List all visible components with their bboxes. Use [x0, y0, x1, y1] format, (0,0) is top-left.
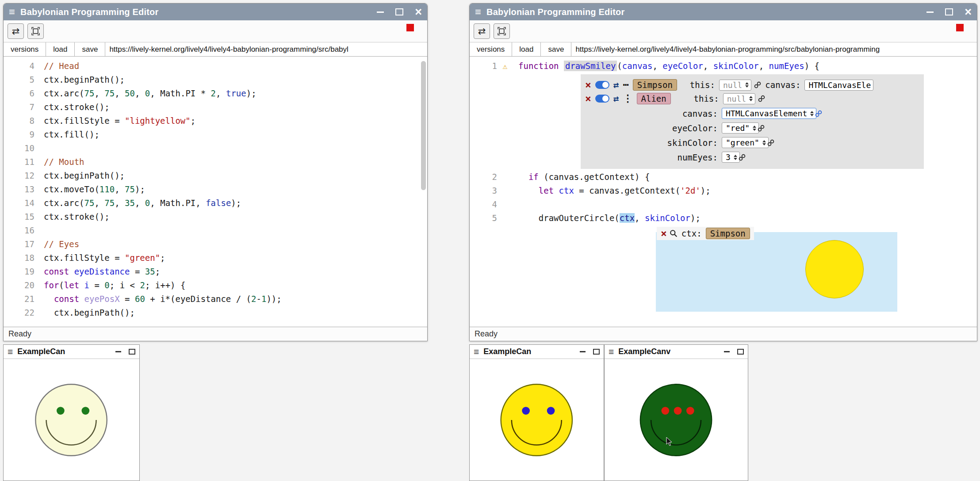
close-button[interactable]: ×	[415, 8, 422, 16]
swap-arrows-button[interactable]: ⇄	[474, 23, 490, 39]
line-number: 19	[4, 265, 34, 279]
maximize-button[interactable]	[395, 8, 403, 15]
code-line: 21 const eyePosX = 60 + i*(eyeDistance /…	[4, 292, 427, 306]
delete-example-icon[interactable]: ×	[585, 94, 591, 103]
maximize-button[interactable]	[129, 349, 135, 355]
stepper-icon[interactable]	[749, 96, 753, 101]
line-number: 17	[4, 237, 34, 251]
frame-select-button[interactable]	[27, 23, 44, 39]
swap-arrows-icon[interactable]: ⇄	[613, 94, 619, 103]
code-line: 13ctx.moveTo(110, 75);	[4, 183, 427, 196]
title-bar[interactable]: ≡ ExampleCanv	[605, 345, 748, 359]
code-line: 1⚠function drawSmiley(canvas, eyeColor, …	[470, 59, 977, 73]
code-line: 12ctx.beginPath();	[4, 169, 427, 183]
code-editor[interactable]: 4// Head5ctx.beginPath();6ctx.arc(75, 75…	[4, 57, 427, 327]
save-button[interactable]: save	[541, 42, 571, 56]
value-dropdown[interactable]: HTMLCanvasEle	[804, 80, 873, 91]
stepper-icon[interactable]	[762, 140, 766, 145]
maximize-button[interactable]	[593, 349, 600, 355]
versions-tab[interactable]: versions	[470, 42, 512, 56]
probe-example-badge[interactable]: Simpson	[706, 228, 750, 239]
example-badge[interactable]: Alien	[637, 93, 671, 104]
menu-icon[interactable]: ≡	[475, 7, 481, 17]
load-button[interactable]: load	[46, 42, 75, 56]
frame-icon	[31, 27, 40, 35]
close-button[interactable]: ×	[965, 8, 972, 16]
code-line: 4// Head	[4, 59, 427, 73]
menu-icon[interactable]: ≡	[474, 347, 479, 356]
example-toggle[interactable]	[595, 81, 609, 89]
link-icon[interactable]	[758, 95, 765, 102]
link-icon[interactable]	[758, 125, 765, 132]
code-line: 2 if (canvas.getContext) {	[470, 170, 977, 184]
more-options-icon[interactable]: ⋯	[623, 80, 629, 90]
maximize-button[interactable]	[737, 349, 744, 355]
code-line: 3 let ctx = canvas.getContext('2d');	[470, 184, 977, 198]
link-icon[interactable]	[815, 110, 822, 117]
code-line: 19const eyeDistance = 35;	[4, 265, 427, 279]
delete-example-icon[interactable]: ×	[585, 80, 591, 89]
url-field[interactable]: https://lively-kernel.org/lively4/lively…	[571, 42, 977, 56]
swap-arrows-button[interactable]: ⇄	[8, 23, 24, 39]
value-dropdown[interactable]: "green"	[722, 137, 769, 148]
title-bar[interactable]: ≡ Babylonian Programming Editor ×	[470, 4, 977, 20]
url-field[interactable]: https://lively-kernel.org/lively4/lively…	[105, 42, 427, 56]
menu-icon[interactable]: ≡	[9, 7, 15, 17]
magnifier-icon[interactable]	[670, 229, 678, 237]
menu-icon[interactable]: ≡	[609, 347, 614, 356]
swap-arrows-icon[interactable]: ⇄	[613, 80, 619, 90]
probe-widget: × ctx: Simpson	[656, 227, 897, 312]
code-line: 5 drawOuterCircle(ctx, skinColor);	[470, 211, 977, 225]
minimize-button[interactable]	[724, 351, 730, 352]
param-row-eyecolor: eyeColor: "red"	[585, 122, 919, 134]
link-icon[interactable]	[754, 81, 761, 88]
line-number: 9	[4, 128, 34, 141]
swap-arrows-icon: ⇄	[12, 26, 20, 37]
save-button[interactable]: save	[75, 42, 105, 56]
link-icon[interactable]	[739, 154, 746, 161]
value-dropdown[interactable]: null	[723, 93, 755, 104]
line-number: 5	[4, 73, 34, 87]
code-line: 16	[4, 224, 427, 237]
example-badge[interactable]: Simpson	[633, 79, 677, 91]
value-dropdown[interactable]: 3	[722, 152, 740, 163]
title-bar[interactable]: ≡ Babylonian Programming Editor ×	[4, 4, 427, 20]
minimize-button[interactable]	[115, 351, 121, 352]
delete-probe-icon[interactable]: ×	[661, 229, 667, 238]
record-indicator	[406, 24, 414, 31]
param-label: eyeColor:	[585, 123, 718, 133]
title-bar[interactable]: ≡ ExampleCan	[470, 345, 604, 359]
example-canvas-window-3: ≡ ExampleCanv	[604, 344, 748, 481]
line-number: 1⚠	[470, 59, 513, 73]
line-number: 11	[4, 155, 34, 169]
stepper-icon[interactable]	[745, 82, 749, 88]
value-dropdown[interactable]: "red"	[722, 122, 759, 134]
stepper-icon[interactable]	[734, 155, 737, 160]
line-number: 21	[4, 292, 34, 306]
load-button[interactable]: load	[512, 42, 541, 56]
code-line: 7ctx.stroke();	[4, 100, 427, 114]
minimize-button[interactable]	[580, 351, 586, 352]
versions-tab[interactable]: versions	[4, 42, 46, 56]
title-bar[interactable]: ≡ ExampleCan	[4, 345, 139, 359]
code-line: 15ctx.stroke();	[4, 210, 427, 224]
scrollbar-thumb[interactable]	[421, 61, 426, 190]
warning-icon	[497, 211, 513, 225]
minimize-button[interactable]	[377, 11, 384, 13]
example-toggle[interactable]	[595, 95, 609, 103]
more-options-icon[interactable]: ⋮	[623, 94, 633, 103]
menu-icon[interactable]: ≡	[8, 347, 13, 356]
example-row-simpson: × ⇄ ⋯ Simpson this: null canvas: HTMLCan…	[585, 79, 919, 91]
stepper-icon[interactable]	[810, 111, 814, 116]
value-dropdown[interactable]: HTMLCanvasElement	[722, 108, 816, 119]
record-indicator	[956, 24, 964, 31]
minimize-button[interactable]	[926, 11, 934, 13]
code-editor[interactable]: 1⚠function drawSmiley(canvas, eyeColor, …	[470, 57, 977, 327]
stepper-icon[interactable]	[753, 126, 756, 131]
maximize-button[interactable]	[945, 8, 953, 15]
frame-select-button[interactable]	[494, 23, 510, 39]
line-number: 22	[4, 306, 34, 320]
value-dropdown[interactable]: null	[719, 80, 751, 91]
link-icon[interactable]	[767, 139, 774, 146]
param-label: this:	[690, 80, 715, 90]
